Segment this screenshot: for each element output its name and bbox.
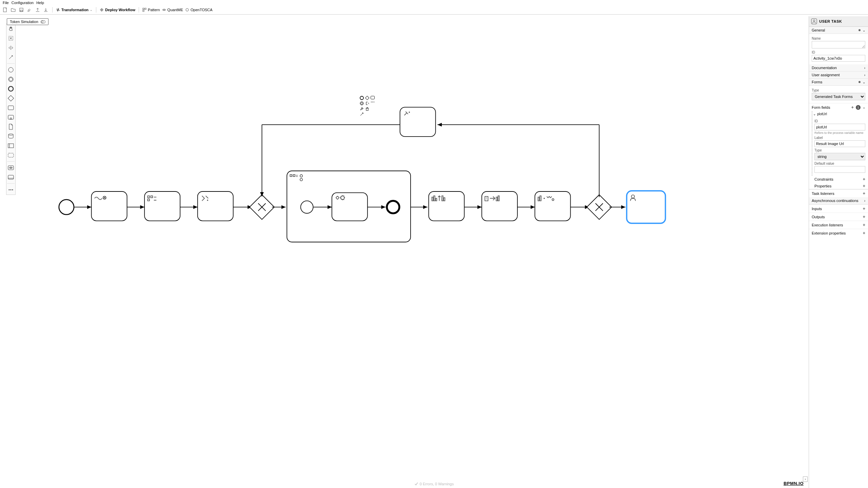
ext-props-header[interactable]: Extension properties+ xyxy=(809,229,868,237)
connect-icon[interactable] xyxy=(360,112,364,117)
group-general[interactable]: General ⌄ xyxy=(809,27,868,34)
sub-task[interactable] xyxy=(332,193,368,221)
more-tools-icon[interactable] xyxy=(7,186,14,193)
task-3[interactable] xyxy=(198,191,233,221)
token-simulation-toggle[interactable]: Token Simulation xyxy=(7,18,48,25)
svg-point-16 xyxy=(8,86,13,91)
group-forms[interactable]: Forms ⌄ xyxy=(809,79,868,86)
add-ext-prop-icon[interactable]: + xyxy=(863,230,865,236)
data-store-icon[interactable] xyxy=(7,133,14,140)
svg-point-71 xyxy=(409,111,410,113)
svg-rect-19 xyxy=(8,115,14,119)
intermediate-event-icon[interactable] xyxy=(7,76,14,83)
svg-point-9 xyxy=(186,8,189,11)
constraints-header[interactable]: Constraints+ xyxy=(809,176,868,182)
user-task-icon xyxy=(811,18,817,24)
form-fields-count: 1 xyxy=(856,105,861,110)
append-task-icon[interactable] xyxy=(371,96,375,101)
opentosca-button[interactable]: OpenTOSCA xyxy=(185,8,213,12)
svg-rect-5 xyxy=(145,8,146,9)
add-input-icon[interactable]: + xyxy=(863,206,865,211)
chevron-right-icon: › xyxy=(864,66,865,70)
end-event-icon[interactable] xyxy=(7,85,14,92)
quantme-subprocess-icon[interactable] xyxy=(7,174,14,181)
svg-rect-75 xyxy=(365,96,369,100)
svg-point-64 xyxy=(544,198,545,199)
minimap-toggle-icon[interactable]: › xyxy=(803,476,808,482)
chevron-down-icon: ⌄ xyxy=(863,105,865,109)
append-gateway-icon[interactable] xyxy=(365,96,370,101)
forms-type-select[interactable]: Generated Task Forms xyxy=(812,93,865,100)
toolbar-separator xyxy=(139,7,139,13)
append-intermediate-icon[interactable] xyxy=(360,101,364,106)
more-options-icon[interactable] xyxy=(371,101,375,106)
task-2[interactable] xyxy=(144,191,180,221)
diagram-canvas[interactable] xyxy=(0,14,809,488)
append-end-event-icon[interactable] xyxy=(360,96,364,101)
add-output-icon[interactable]: + xyxy=(863,214,865,219)
async-continuations-header[interactable]: Asynchronous continuations› xyxy=(809,197,868,204)
open-folder-icon[interactable] xyxy=(10,7,16,13)
svg-point-13 xyxy=(8,67,13,72)
quantme-task-icon[interactable] xyxy=(7,164,14,171)
pattern-button[interactable]: Pattern xyxy=(142,8,160,12)
space-tool-icon[interactable] xyxy=(7,44,14,51)
participant-icon[interactable] xyxy=(7,142,14,149)
form-fields-header[interactable]: Form fields + 1 ⌄ xyxy=(809,103,868,111)
form-field-item[interactable]: ⌄ plotUrl xyxy=(809,111,868,117)
svg-point-32 xyxy=(12,189,13,190)
start-event-icon[interactable] xyxy=(7,66,14,73)
chevron-down-icon: ⌄ xyxy=(813,112,816,116)
svg-point-8 xyxy=(162,9,166,11)
add-form-field-icon[interactable]: + xyxy=(851,105,854,110)
menu-help[interactable]: Help xyxy=(36,1,44,5)
user-task-selected[interactable] xyxy=(627,191,665,223)
data-object-icon[interactable] xyxy=(7,123,14,130)
add-exec-listener-icon[interactable]: + xyxy=(863,222,865,227)
annotation-icon[interactable] xyxy=(365,101,370,106)
add-constraint-icon[interactable]: + xyxy=(863,177,865,182)
connect-tool-icon[interactable] xyxy=(7,54,14,61)
menubar: File Configuration Help xyxy=(0,0,868,5)
group-user-assignment[interactable]: User assignment› xyxy=(809,72,868,79)
forms-type-label: Type xyxy=(812,88,865,92)
edit-icon[interactable] xyxy=(26,7,33,13)
deploy-workflow-button[interactable]: Deploy Workflow xyxy=(100,8,135,12)
outputs-header[interactable]: Outputs+ xyxy=(809,212,868,221)
delete-icon[interactable] xyxy=(365,107,370,111)
transformation-button[interactable]: Transformation ⌄ xyxy=(56,8,93,12)
save-icon[interactable] xyxy=(18,7,24,13)
new-file-icon[interactable] xyxy=(2,7,8,13)
ff-id-input[interactable] xyxy=(814,124,865,130)
add-task-listener-icon[interactable]: + xyxy=(863,191,865,196)
menu-config[interactable]: Configuration xyxy=(12,1,34,5)
task-1[interactable] xyxy=(92,191,127,221)
lasso-tool-icon[interactable] xyxy=(7,35,14,42)
group-icon[interactable] xyxy=(7,152,14,159)
exec-listeners-header[interactable]: Execution listeners+ xyxy=(809,221,868,229)
download-icon[interactable] xyxy=(43,7,49,13)
loop-task[interactable] xyxy=(400,107,436,137)
svg-point-26 xyxy=(10,167,12,168)
ff-type-select[interactable]: string xyxy=(814,153,865,160)
subprocess-icon[interactable] xyxy=(7,114,14,121)
ff-default-input[interactable] xyxy=(814,166,865,173)
group-documentation[interactable]: Documentation› xyxy=(809,64,868,72)
task-icon[interactable] xyxy=(7,104,14,111)
wrench-icon[interactable] xyxy=(360,107,364,111)
quantme-button[interactable]: QuantME xyxy=(162,8,183,12)
task-listeners-header[interactable]: Task listeners+ xyxy=(809,189,868,197)
gateway-icon[interactable] xyxy=(7,95,14,102)
toggle-off-icon xyxy=(41,20,45,24)
upload-icon[interactable] xyxy=(35,7,41,13)
hand-tool-icon[interactable] xyxy=(7,25,14,32)
add-property-icon[interactable]: + xyxy=(863,183,865,188)
bpmn-io-logo[interactable]: BPMN.IO xyxy=(784,481,804,486)
name-input[interactable] xyxy=(812,41,865,48)
menu-file[interactable]: File xyxy=(3,1,9,5)
ff-label-input[interactable] xyxy=(814,140,865,147)
id-input[interactable] xyxy=(812,55,865,62)
field-properties-header[interactable]: Properties+ xyxy=(809,182,868,189)
inputs-header[interactable]: Inputs+ xyxy=(809,204,868,212)
start-event[interactable] xyxy=(59,200,74,215)
